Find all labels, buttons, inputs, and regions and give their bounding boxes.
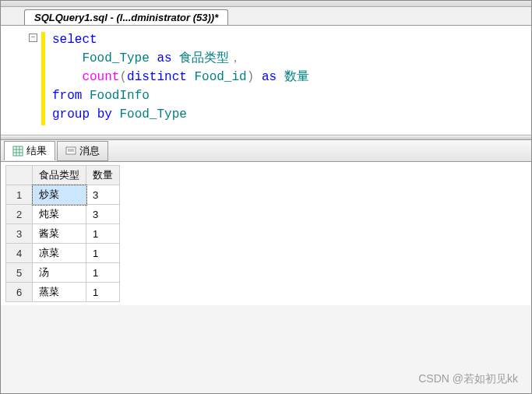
table-row[interactable]: 6蒸菜1	[6, 283, 120, 302]
alias-count: 数量	[284, 70, 309, 84]
row-num: 3	[6, 224, 33, 244]
table-row[interactable]: 2炖菜3	[6, 205, 120, 224]
kw-as2: as	[262, 70, 277, 84]
table-row[interactable]: 3酱菜1	[6, 224, 120, 244]
code-block: select Food_Type as 食品类型， count(distinct…	[52, 30, 523, 124]
sql-editor[interactable]: − select Food_Type as 食品类型， count(distin…	[1, 26, 531, 135]
cell[interactable]: 1	[86, 283, 120, 302]
col-header-2[interactable]: 数量	[86, 166, 120, 185]
ident-foodid: Food_id	[194, 70, 246, 84]
kw-select: select	[52, 33, 97, 47]
message-icon	[65, 146, 76, 157]
table-row[interactable]: 1炒菜3	[6, 185, 120, 205]
change-marker	[41, 32, 45, 125]
kw-as: as	[157, 51, 171, 65]
cell[interactable]: 1	[86, 224, 120, 244]
comma: ，	[229, 51, 241, 65]
func-count: count	[82, 70, 119, 84]
tab-messages[interactable]: 消息	[57, 141, 108, 161]
svg-rect-0	[13, 146, 23, 156]
cell[interactable]: 汤	[33, 263, 86, 283]
result-tab-bar: 结果 消息	[1, 140, 531, 162]
watermark: CSDN @若如初见kk	[418, 372, 518, 386]
kw-from: from	[52, 89, 82, 103]
grid-icon	[12, 146, 23, 157]
row-num: 5	[6, 263, 33, 283]
cell[interactable]: 凉菜	[33, 244, 86, 263]
results-grid[interactable]: 食品类型 数量 1炒菜3 2炖菜3 3酱菜1 4凉菜1 5汤1 6蒸菜1	[5, 165, 120, 302]
ident-foodtype: Food_Type	[82, 51, 149, 65]
cell[interactable]: 1	[86, 263, 120, 283]
cell[interactable]: 3	[86, 185, 120, 205]
cell[interactable]: 炖菜	[33, 205, 86, 224]
ident-table: FoodInfo	[90, 89, 150, 103]
cell[interactable]: 蒸菜	[33, 283, 86, 302]
row-num: 6	[6, 283, 33, 302]
cell[interactable]: 酱菜	[33, 224, 86, 244]
cell[interactable]: 1	[86, 244, 120, 263]
kw-distinct: distinct	[127, 70, 187, 84]
ident-groupcol: Food_Type	[119, 107, 186, 121]
alias-foodtype: 食品类型	[179, 51, 229, 65]
tab-results[interactable]: 结果	[4, 141, 55, 160]
results-grid-wrap: 食品类型 数量 1炒菜3 2炖菜3 3酱菜1 4凉菜1 5汤1 6蒸菜1	[1, 162, 531, 305]
tab-results-label: 结果	[26, 144, 47, 158]
cell[interactable]: 3	[86, 205, 120, 224]
kw-group: group	[52, 107, 90, 121]
col-header-1[interactable]: 食品类型	[33, 166, 86, 185]
cell[interactable]: 炒菜	[33, 185, 86, 205]
header-row: 食品类型 数量	[6, 166, 120, 185]
fold-icon[interactable]: −	[29, 33, 37, 42]
paren-close: )	[247, 70, 255, 84]
paren-open: (	[119, 70, 127, 84]
results-panel: 结果 消息 食品类型 数量 1炒菜3 2炖菜3 3酱菜1 4凉菜1 5汤1 6蒸…	[1, 140, 531, 393]
row-num: 1	[6, 185, 33, 205]
editor-tab[interactable]: SQLQuery1.sql - (l...dministrator (53))*	[24, 9, 228, 25]
table-row[interactable]: 5汤1	[6, 263, 120, 283]
app-window: SQLQuery1.sql - (l...dministrator (53))*…	[0, 0, 532, 394]
row-num: 4	[6, 244, 33, 263]
kw-by: by	[97, 107, 112, 121]
editor-tab-bar: SQLQuery1.sql - (l...dministrator (53))*	[1, 7, 531, 26]
table-row[interactable]: 4凉菜1	[6, 244, 120, 263]
toolbar-strip	[1, 1, 531, 7]
tab-messages-label: 消息	[79, 144, 100, 158]
corner-cell	[6, 166, 33, 185]
row-num: 2	[6, 205, 33, 224]
